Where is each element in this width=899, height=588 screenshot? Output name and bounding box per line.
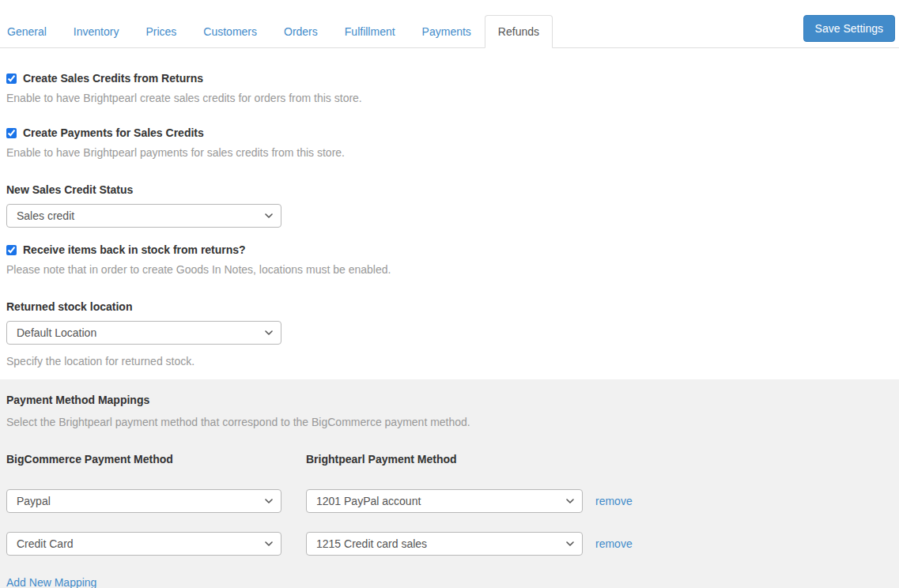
create-payments-row: Create Payments for Sales Credits <box>6 126 893 139</box>
brightpearl-method-select[interactable]: 1215 Credit card sales <box>306 532 583 556</box>
tab-refunds[interactable]: Refunds <box>485 15 553 48</box>
payment-method-mappings-description: Select the Brightpearl payment method th… <box>6 416 893 429</box>
create-payments-helper: Enable to have Brightpearl payments for … <box>6 146 893 160</box>
bigcommerce-method-select[interactable]: Paypal <box>6 489 281 513</box>
tab-customers[interactable]: Customers <box>190 15 270 48</box>
add-new-mapping-link[interactable]: Add New Mapping <box>6 576 96 588</box>
receive-items-back-label: Receive items back in stock from returns… <box>23 243 246 256</box>
tab-general[interactable]: General <box>0 15 60 48</box>
bigcommerce-payment-method-header: BigCommerce Payment Method <box>6 453 281 466</box>
tab-inventory[interactable]: Inventory <box>60 15 133 48</box>
bigcommerce-method-select-wrap: Credit Card <box>6 532 281 556</box>
mapping-row: Paypal 1201 PayPal account remove <box>6 489 893 513</box>
remove-mapping-link[interactable]: remove <box>595 495 633 507</box>
remove-mapping-link[interactable]: remove <box>595 537 633 550</box>
receive-items-back-row: Receive items back in stock from returns… <box>6 243 893 256</box>
bigcommerce-method-select[interactable]: Credit Card <box>6 532 281 556</box>
payment-method-mappings-panel: Payment Method Mappings Select the Brigh… <box>0 379 899 588</box>
returned-stock-location-select-wrap: Default Location <box>6 321 281 345</box>
returned-stock-location-helper: Specify the location for returned stock. <box>6 355 893 368</box>
new-sales-credit-status-select[interactable]: Sales credit <box>6 204 281 228</box>
create-sales-credits-label: Create Sales Credits from Returns <box>23 72 203 85</box>
create-payments-label: Create Payments for Sales Credits <box>23 126 204 139</box>
brightpearl-method-select[interactable]: 1201 PayPal account <box>306 489 583 513</box>
brightpearl-payment-method-header: Brightpearl Payment Method <box>306 453 457 466</box>
tab-bar: General Inventory Prices Customers Order… <box>0 0 899 48</box>
tab-fulfillment[interactable]: Fulfillment <box>331 15 409 48</box>
mapping-column-headers: BigCommerce Payment Method Brightpearl P… <box>6 453 893 466</box>
tab-prices[interactable]: Prices <box>132 15 190 48</box>
bigcommerce-method-select-wrap: Paypal <box>6 489 281 513</box>
tab-orders[interactable]: Orders <box>270 15 331 48</box>
create-sales-credits-row: Create Sales Credits from Returns <box>6 72 893 85</box>
receive-items-back-checkbox[interactable] <box>6 245 17 255</box>
new-sales-credit-status-label: New Sales Credit Status <box>6 183 893 196</box>
refunds-settings-content: Create Sales Credits from Returns Enable… <box>0 48 899 368</box>
save-settings-button[interactable]: Save Settings <box>803 15 895 42</box>
mapping-row: Credit Card 1215 Credit card sales remov… <box>6 532 893 556</box>
create-sales-credits-helper: Enable to have Brightpearl create sales … <box>6 92 893 105</box>
create-sales-credits-checkbox[interactable] <box>6 74 17 84</box>
new-sales-credit-status-select-wrap: Sales credit <box>6 204 281 228</box>
create-payments-checkbox[interactable] <box>6 128 17 138</box>
returned-stock-location-select[interactable]: Default Location <box>6 321 281 345</box>
returned-stock-location-label: Returned stock location <box>6 300 893 313</box>
brightpearl-method-select-wrap: 1201 PayPal account <box>306 489 583 513</box>
receive-items-back-helper: Please note that in order to create Good… <box>6 263 893 277</box>
payment-method-mappings-title: Payment Method Mappings <box>6 394 893 406</box>
brightpearl-method-select-wrap: 1215 Credit card sales <box>306 532 583 556</box>
tab-payments[interactable]: Payments <box>409 15 485 48</box>
